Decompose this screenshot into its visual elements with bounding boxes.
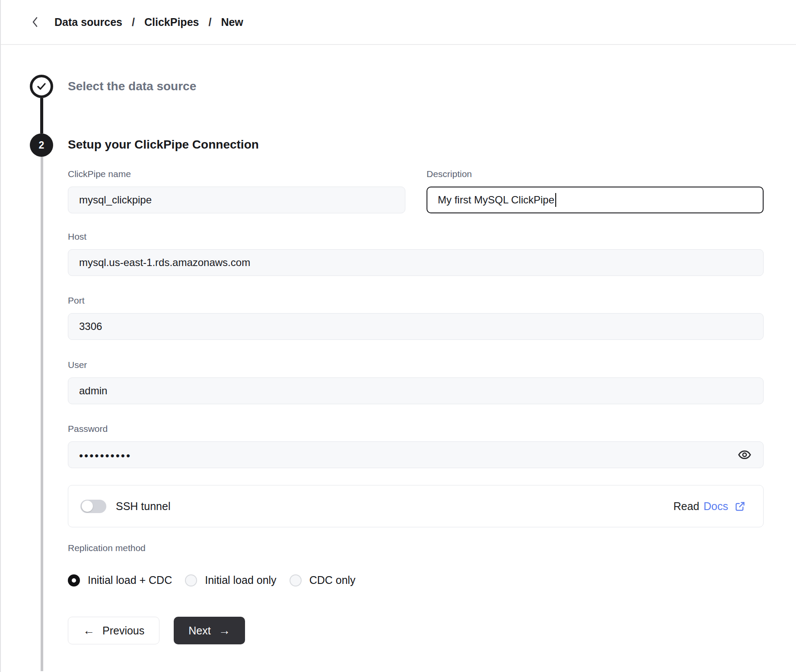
check-icon (36, 82, 47, 91)
port-label: Port (68, 295, 764, 306)
ssh-tunnel-label: SSH tunnel (116, 500, 170, 513)
radio-initial-load-cdc[interactable]: Initial load + CDC (68, 574, 172, 586)
ssh-tunnel-panel: SSH tunnel Read Docs (68, 485, 764, 527)
read-docs: Read Docs (673, 500, 746, 513)
arrow-left-icon: ← (83, 625, 95, 637)
password-label: Password (68, 423, 764, 434)
description-group: Description My first MySQL ClickPipe (427, 168, 764, 213)
user-input[interactable] (68, 377, 764, 404)
user-group: User (68, 359, 764, 404)
wizard-content: 2 Select the data source Setup your Clic… (1, 45, 796, 671)
description-label: Description (427, 168, 764, 180)
radio-cdc-only[interactable]: CDC only (290, 574, 356, 586)
breadcrumb-bar: Data sources / ClickPipes / New (1, 0, 796, 45)
radio-label: Initial load only (205, 574, 276, 586)
stepper-connector-gray (41, 157, 43, 671)
radio-unselected-icon (290, 574, 302, 586)
toggle-knob (82, 501, 93, 512)
chevron-left-icon (32, 16, 38, 28)
eye-icon (738, 448, 751, 462)
step-1-label: Select the data source (68, 79, 196, 93)
replication-options: Initial load + CDC Initial load only CDC… (68, 574, 764, 586)
host-input[interactable] (68, 249, 764, 276)
clickpipe-name-input[interactable] (68, 187, 405, 213)
text-cursor (555, 193, 556, 207)
password-input[interactable] (68, 441, 764, 468)
arrow-right-icon: → (219, 625, 230, 637)
user-label: User (68, 359, 764, 371)
password-group: Password (68, 423, 764, 468)
step-2-indicator-active: 2 (30, 133, 53, 157)
breadcrumb-separator: / (208, 16, 211, 29)
radio-label: Initial load + CDC (88, 574, 172, 586)
connection-form: ClickPipe name Description My first MySQ… (68, 168, 764, 644)
wizard-actions: ← Previous Next → (68, 617, 764, 644)
radio-label: CDC only (309, 574, 356, 586)
breadcrumb-clickpipes[interactable]: ClickPipes (144, 16, 199, 29)
breadcrumb-data-sources[interactable]: Data sources (54, 16, 122, 29)
docs-link[interactable]: Docs (704, 500, 728, 513)
host-label: Host (68, 231, 764, 242)
step-2-title: Setup your ClickPipe Connection (68, 138, 259, 152)
previous-button[interactable]: ← Previous (68, 617, 159, 644)
clickpipes-setup-page: Data sources / ClickPipes / New 2 Select… (0, 0, 796, 672)
description-value: My first MySQL ClickPipe (438, 194, 554, 206)
stepper-connector-dark (40, 98, 43, 133)
read-label: Read (673, 500, 699, 513)
step-1-indicator-completed (30, 75, 53, 98)
ssh-tunnel-toggle[interactable] (80, 500, 106, 513)
breadcrumb-separator: / (132, 16, 135, 29)
radio-selected-icon (68, 574, 80, 586)
back-button[interactable] (29, 13, 41, 31)
previous-label: Previous (102, 624, 144, 637)
clickpipe-name-group: ClickPipe name (68, 168, 405, 213)
port-input[interactable] (68, 313, 764, 340)
replication-method-label: Replication method (68, 543, 764, 553)
next-label: Next (188, 624, 210, 637)
external-link-icon[interactable] (734, 501, 746, 512)
step-2-number: 2 (39, 139, 45, 151)
description-input[interactable]: My first MySQL ClickPipe (427, 187, 764, 213)
host-group: Host (68, 231, 764, 276)
breadcrumb-new[interactable]: New (221, 16, 243, 29)
radio-unselected-icon (185, 574, 197, 586)
password-visibility-button[interactable] (735, 445, 754, 464)
port-group: Port (68, 295, 764, 340)
next-button[interactable]: Next → (174, 617, 245, 644)
clickpipe-name-label: ClickPipe name (68, 168, 405, 180)
radio-initial-load-only[interactable]: Initial load only (185, 574, 276, 586)
breadcrumb: Data sources / ClickPipes / New (54, 16, 243, 29)
